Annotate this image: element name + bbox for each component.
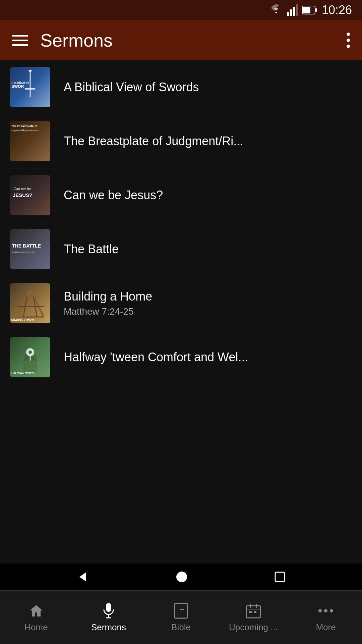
hamburger-menu-button[interactable]: [12, 35, 28, 46]
bottom-navigation: Home Sermons Bible: [0, 590, 362, 644]
sermon-info: A Biblical View of Swords: [64, 80, 199, 94]
nav-item-more[interactable]: More: [290, 591, 362, 644]
sermon-title: A Biblical View of Swords: [64, 80, 199, 94]
sermon-thumbnail: HALFWAY 'TWEEN: [10, 337, 50, 377]
recents-button[interactable]: [275, 572, 285, 582]
thumbnail-home: UILDING A HOM: [10, 283, 50, 323]
nav-label-sermons: Sermons: [91, 622, 126, 633]
svg-point-38: [176, 572, 187, 582]
nav-label-upcoming: Upcoming ...: [229, 622, 278, 633]
sermon-thumbnail: Can we be JESUS?: [10, 175, 50, 215]
svg-point-34: [28, 351, 32, 354]
bible-icon: [172, 602, 190, 620]
thumbnail-jesus: Can we be JESUS?: [10, 175, 50, 215]
svg-text:udgment/Righteousnes: udgment/Righteousnes: [11, 129, 39, 132]
system-nav-bar: [0, 564, 362, 590]
nav-label-home: Home: [24, 622, 48, 633]
svg-rect-1: [290, 9, 292, 16]
sermon-list: A Biblical Vi SWOR A Biblical View of Sw…: [0, 60, 362, 472]
sermon-subtitle: Matthew 7:24-25: [64, 306, 152, 317]
sermon-title: Halfway 'tween Comfort and Wel...: [64, 350, 248, 364]
status-icons: 10:26: [270, 3, 352, 17]
more-options-button[interactable]: [347, 33, 350, 48]
nav-item-upcoming[interactable]: Upcoming ...: [217, 591, 290, 644]
sermon-info: Building a Home Matthew 7:24-25: [64, 289, 152, 317]
svg-rect-6: [303, 7, 310, 13]
nav-label-bible: Bible: [171, 622, 191, 633]
thumbnail-swords: A Biblical Vi SWOR: [10, 67, 50, 107]
svg-text:The Breastplate of: The Breastplate of: [11, 124, 38, 128]
sermon-info: Halfway 'tween Comfort and Wel...: [64, 350, 248, 364]
mic-icon: [100, 602, 117, 620]
app-bar: Sermons: [0, 20, 362, 60]
svg-text:EPHESIANS 6:10-18: EPHESIANS 6:10-18: [12, 251, 34, 254]
sermon-item[interactable]: THE BATTLE EPHESIANS 6:10-18 The Battle: [0, 222, 362, 276]
app-bar-left: Sermons: [12, 30, 113, 51]
svg-text:SWOR: SWOR: [11, 84, 24, 89]
svg-rect-5: [315, 8, 317, 12]
svg-rect-2: [293, 7, 295, 16]
svg-point-55: [330, 609, 333, 612]
thumbnail-breastplate: The Breastplate of udgment/Righteousnes: [10, 121, 50, 161]
sermon-thumbnail: THE BATTLE EPHESIANS 6:10-18: [10, 229, 50, 269]
app-bar-title: Sermons: [40, 30, 113, 51]
nav-item-bible[interactable]: Bible: [145, 591, 217, 644]
nav-label-more: More: [316, 622, 336, 633]
status-time: 10:26: [322, 3, 352, 17]
signal-icon: [287, 4, 298, 16]
svg-marker-37: [79, 572, 86, 582]
calendar-icon: [245, 602, 262, 620]
sermon-title: Can we be Jesus?: [64, 188, 163, 202]
sermon-item[interactable]: UILDING A HOM Building a Home Matthew 7:…: [0, 276, 362, 330]
thumbnail-halfway: HALFWAY 'TWEEN: [10, 337, 50, 377]
svg-rect-0: [287, 12, 289, 16]
more-dots-icon: [317, 602, 335, 620]
svg-rect-52: [254, 611, 256, 613]
svg-point-54: [324, 609, 327, 612]
sermon-info: The Battle: [64, 242, 119, 256]
svg-text:Can we be: Can we be: [13, 187, 31, 191]
sermon-item[interactable]: The Breastplate of udgment/Righteousnes …: [0, 114, 362, 168]
nav-item-home[interactable]: Home: [0, 591, 72, 644]
sermon-item[interactable]: Can we be JESUS? Can we be Jesus?: [0, 168, 362, 222]
svg-rect-43: [175, 603, 187, 618]
svg-rect-39: [275, 572, 285, 582]
nav-item-sermons[interactable]: Sermons: [72, 591, 145, 644]
sermon-title: The Breastplate of Judgment/Ri...: [64, 134, 243, 148]
svg-rect-51: [249, 611, 252, 613]
sermon-info: Can we be Jesus?: [64, 188, 163, 202]
status-bar: 10:26: [0, 0, 362, 20]
home-icon: [27, 602, 45, 620]
sermon-thumbnail: The Breastplate of udgment/Righteousnes: [10, 121, 50, 161]
svg-text:HALFWAY 'TWEEN: HALFWAY 'TWEEN: [11, 372, 36, 375]
svg-point-53: [318, 609, 322, 612]
svg-rect-40: [106, 603, 111, 612]
thumbnail-battle: THE BATTLE EPHESIANS 6:10-18: [10, 229, 50, 269]
sermon-item[interactable]: HALFWAY 'TWEEN Halfway 'tween Comfort an…: [0, 330, 362, 384]
back-button[interactable]: [77, 571, 89, 583]
svg-rect-47: [246, 606, 260, 618]
svg-text:UILDING A HOM: UILDING A HOM: [11, 318, 34, 321]
svg-rect-3: [296, 4, 298, 16]
svg-text:THE BATTLE: THE BATTLE: [12, 243, 41, 249]
sermon-thumbnail: UILDING A HOM: [10, 283, 50, 323]
svg-rect-19: [10, 229, 50, 269]
sermon-title: The Battle: [64, 242, 119, 256]
svg-text:JESUS?: JESUS?: [13, 192, 32, 198]
battery-icon: [302, 5, 317, 15]
sermon-title: Building a Home: [64, 289, 152, 304]
home-button[interactable]: [176, 571, 188, 583]
sermon-thumbnail: A Biblical Vi SWOR: [10, 67, 50, 107]
sermon-item[interactable]: A Biblical Vi SWOR A Biblical View of Sw…: [0, 60, 362, 114]
wifi-icon: [270, 4, 282, 16]
sermon-info: The Breastplate of Judgment/Ri...: [64, 134, 243, 148]
